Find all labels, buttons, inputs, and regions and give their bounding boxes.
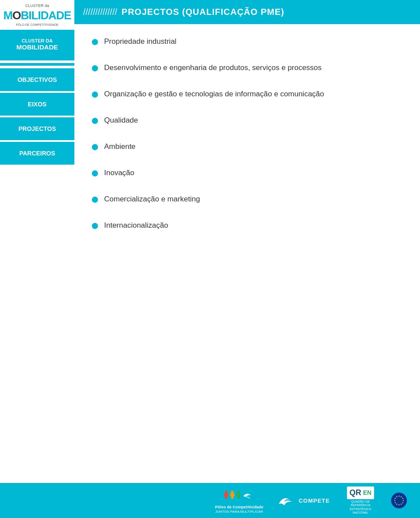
logo-sub-text: PÓLO DE COMPETITIVIDADE xyxy=(16,23,58,26)
item-text: Organização e gestão e tecnologias de in… xyxy=(104,90,324,99)
footer-eu-logo xyxy=(391,493,407,508)
en-letters: EN xyxy=(363,489,371,496)
bullet-icon xyxy=(92,170,98,176)
list-item: Comercialização e marketing xyxy=(92,195,402,204)
bullet-icon xyxy=(92,65,98,71)
sidebar-item-projectos[interactable]: PROJECTOS xyxy=(0,117,74,140)
page-header: CLUSTER da MOBILIDADE PÓLO DE COMPETITIV… xyxy=(0,0,420,24)
polos-icon xyxy=(224,487,255,505)
sidebar-cluster-line2: MOBILIDADE xyxy=(4,43,70,51)
svg-rect-5 xyxy=(236,493,241,496)
footer-qren-logo: QR EN QUADRO DE REFERÊNCIA ESTRATÉGICO N… xyxy=(343,486,378,515)
logo-main: MOBILIDADE xyxy=(4,9,71,22)
header-title: PROJECTOS (QUALIFICAÇÃO PME) xyxy=(122,7,284,17)
bullet-icon xyxy=(92,39,98,45)
qren-box: QR EN xyxy=(347,486,374,499)
main-layout: CLUSTER DA MOBILIDADE OBJECTIVOS EIXOS P… xyxy=(0,24,420,506)
content-area: Propriedade industrial Desenvolvimento e… xyxy=(74,24,420,506)
item-text: Internacionalização xyxy=(104,221,168,230)
item-text: Qualidade xyxy=(104,116,138,125)
polos-label: Pólos de Competitividade xyxy=(215,505,263,510)
list-item: Internacionalização xyxy=(92,221,402,230)
list-item: Propriedade industrial xyxy=(92,37,402,46)
footer-polos-logo: Pólos de Competitividade JUNTOS PARA MUL… xyxy=(215,487,263,514)
item-text: Propriedade industrial xyxy=(104,37,176,46)
list-item: Qualidade xyxy=(92,116,402,125)
sidebar-item-cluster[interactable]: CLUSTER DA MOBILIDADE xyxy=(0,28,74,60)
page-footer: Pólos de Competitividade JUNTOS PARA MUL… xyxy=(0,483,420,518)
bullet-icon xyxy=(92,118,98,124)
qr-letters: QR xyxy=(350,488,361,497)
sidebar-item-eixos[interactable]: EIXOS xyxy=(0,93,74,116)
logo-area: CLUSTER da MOBILIDADE PÓLO DE COMPETITIV… xyxy=(0,0,74,30)
bullet-icon xyxy=(92,144,98,150)
sidebar-divider-1 xyxy=(0,63,74,66)
bullet-icon xyxy=(92,223,98,229)
item-text: Inovação xyxy=(104,169,134,177)
item-text: Ambiente xyxy=(104,142,136,151)
header-slashes: ////////////// xyxy=(83,7,117,17)
svg-rect-3 xyxy=(230,493,234,496)
bullet-icon xyxy=(92,197,98,203)
sidebar-item-objectivos[interactable]: OBJECTIVOS xyxy=(0,68,74,91)
list-item: Desenvolvimento e engenharia de produtos… xyxy=(92,63,402,72)
compete-icon-area: COMPETE xyxy=(276,493,330,508)
eu-stars-icon xyxy=(392,494,406,507)
logo-top-text: CLUSTER da xyxy=(25,4,49,8)
list-item: Organização e gestão e tecnologias de in… xyxy=(92,90,402,99)
item-text: Desenvolvimento e engenharia de produtos… xyxy=(104,63,322,72)
eu-circle xyxy=(391,493,407,508)
sidebar-cluster-line1: CLUSTER DA xyxy=(4,38,70,43)
sidebar-item-parceiros[interactable]: PARCEIROS xyxy=(0,142,74,165)
qren-label: QUADRO DE REFERÊNCIA ESTRATÉGICO NACIONA… xyxy=(343,500,378,515)
polos-sub: JUNTOS PARA MULTIPLICAR xyxy=(215,510,263,514)
item-text: Comercialização e marketing xyxy=(104,195,200,204)
footer-compete-logo: COMPETE xyxy=(276,493,330,508)
compete-bird-icon xyxy=(276,493,296,508)
sidebar: CLUSTER DA MOBILIDADE OBJECTIVOS EIXOS P… xyxy=(0,24,74,506)
compete-label: COMPETE xyxy=(299,497,330,504)
list-item: Inovação xyxy=(92,169,402,177)
list-item: Ambiente xyxy=(92,142,402,151)
bullet-icon xyxy=(92,92,98,98)
svg-rect-1 xyxy=(224,493,228,496)
